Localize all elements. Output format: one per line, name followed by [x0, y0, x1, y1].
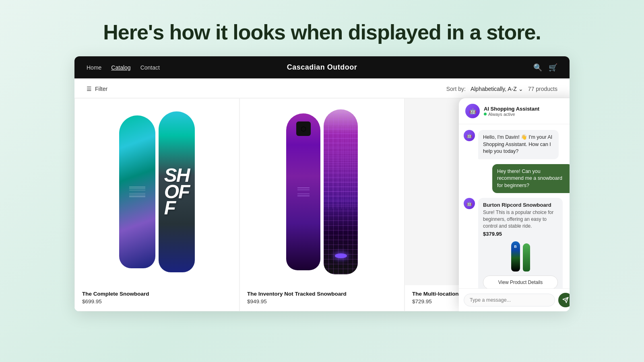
burton-board-right — [523, 243, 530, 272]
board-purple-right — [324, 109, 358, 274]
filter-label: Filter — [95, 86, 107, 92]
rec-product-name: Burton Ripcord Snowboard — [483, 202, 558, 208]
chat-message-2: Hey there! Can you recommend me a snowbo… — [464, 164, 570, 193]
products-count: 77 products — [528, 86, 557, 92]
chat-header: 🤖 AI Shopping Assistant Always active — [459, 98, 570, 124]
chat-message-input[interactable] — [464, 294, 555, 306]
product-info-2: The Inventory Not Tracked Snowboard $949… — [240, 285, 404, 311]
board-left-1 — [119, 115, 155, 268]
send-icon — [562, 297, 569, 303]
nav-icons: 🔍 🛒 — [533, 63, 557, 72]
chat-header-info: AI Shopping Assistant Always active — [484, 106, 539, 117]
product-card-1[interactable]: SHOFF The Complete Snowboard $699.95 — [74, 98, 239, 311]
search-icon[interactable]: 🔍 — [533, 63, 542, 72]
chat-message-3: 🤖 Burton Ripcord Snowboard Sure! This is… — [464, 198, 570, 288]
sort-select[interactable]: Alphabetically, A-Z ⌄ — [471, 86, 523, 92]
product-info-1: The Complete Snowboard $699.95 — [75, 285, 239, 311]
store-nav: Home Catalog Contact Cascadian Outdoor 🔍… — [74, 56, 570, 78]
nav-links: Home Catalog Contact — [87, 64, 160, 71]
product-grid: SHOFF The Complete Snowboard $699.95 ⬡ — [74, 98, 570, 311]
nav-catalog[interactable]: Catalog — [111, 64, 130, 71]
store-logo: Cascadian Outdoor — [287, 63, 357, 72]
sort-label: Sort by: — [446, 86, 466, 92]
filter-bar: ☰ Filter Sort by: Alphabetically, A-Z ⌄ … — [74, 78, 570, 98]
status-dot — [484, 113, 487, 115]
filter-button[interactable]: ☰ Filter — [87, 86, 107, 92]
store-mockup: Home Catalog Contact Cascadian Outdoor 🔍… — [74, 56, 570, 311]
product-image-2: ⬡ — [240, 99, 404, 285]
product-image-1: SHOFF — [75, 99, 239, 285]
chat-input-area — [459, 288, 570, 311]
board-right-1: SHOFF — [159, 111, 195, 272]
chat-status: Always active — [484, 112, 539, 117]
product-price-1: $699.95 — [82, 298, 232, 304]
product-price-2: $949.95 — [247, 298, 397, 304]
product-card-2[interactable]: ⬡ The Inventory Not Tracked Snowboard $9… — [239, 98, 405, 311]
rec-product-price: $379.95 — [483, 231, 558, 237]
chat-bubble-bot-1: Hello, I'm Davin! 👋 I'm your AI Shopping… — [478, 130, 559, 159]
product-name-2: The Inventory Not Tracked Snowboard — [247, 291, 397, 297]
chat-send-button[interactable] — [558, 293, 570, 307]
chat-widget: 🤖 AI Shopping Assistant Always active 🤖 … — [459, 98, 570, 311]
burton-board-left — [511, 241, 520, 272]
chat-bot-avatar: 🤖 — [465, 104, 480, 118]
chevron-down-icon: ⌄ — [518, 86, 523, 92]
filter-icon: ☰ — [87, 86, 92, 92]
bot-avatar-msg: 🤖 — [464, 130, 475, 141]
nav-home[interactable]: Home — [87, 64, 101, 71]
board-purple-left: ⬡ — [286, 113, 320, 270]
filter-right: Sort by: Alphabetically, A-Z ⌄ 77 produc… — [446, 86, 557, 92]
chat-title: AI Shopping Assistant — [484, 106, 539, 112]
hero-section: Here's how it looks when displayed in a … — [0, 0, 644, 56]
cart-icon[interactable]: 🛒 — [549, 63, 557, 72]
chat-bubble-user-1: Hey there! Can you recommend me a snowbo… — [492, 164, 570, 193]
chat-message-1: 🤖 Hello, I'm Davin! 👋 I'm your AI Shoppi… — [464, 130, 570, 159]
chat-body: 🤖 Hello, I'm Davin! 👋 I'm your AI Shoppi… — [459, 124, 570, 288]
product-name-1: The Complete Snowboard — [82, 291, 232, 297]
rec-product-desc: Sure! This is a popular choice for begin… — [483, 209, 558, 229]
view-product-details-button[interactable]: View Product Details — [483, 276, 558, 288]
rec-product-image — [508, 240, 533, 272]
hero-heading: Here's how it looks when displayed in a … — [0, 20, 644, 44]
nav-contact[interactable]: Contact — [140, 64, 160, 71]
bot-avatar-msg-2: 🤖 — [464, 198, 475, 209]
product-recommendation: Burton Ripcord Snowboard Sure! This is a… — [478, 198, 563, 288]
hex-icon: ⬡ — [296, 121, 311, 136]
